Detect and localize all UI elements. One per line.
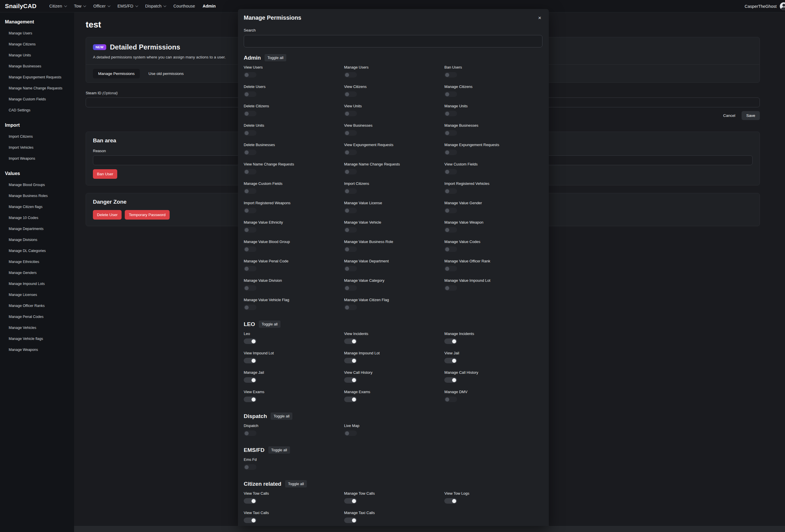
delete-user-button[interactable]: Delete User [93,210,122,219]
sidebar-item-manage-businesses[interactable]: Manage Businesses [5,61,71,72]
toggle-dispatch[interactable] [244,430,256,436]
toggle-manage-value-penal-code[interactable] [244,266,256,271]
nav-item-admin[interactable]: Admin [203,4,216,8]
username[interactable]: CasperTheGhost [745,4,777,9]
nav-item-tow[interactable]: Tow [74,4,86,8]
sidebar-item-manage-blood-groups[interactable]: Manage Blood Groups [5,179,71,190]
sidebar-item-manage-units[interactable]: Manage Units [5,50,71,61]
sidebar-item-manage-penal-codes[interactable]: Manage Penal Codes [5,311,71,322]
toggle-manage-call-history[interactable] [444,377,457,383]
toggle-manage-value-citizen-flag[interactable] [344,304,357,310]
toggle-import-citizens[interactable] [344,188,357,194]
sidebar-item-manage-weapons[interactable]: Manage Weapons [5,344,71,355]
sidebar-item-manage-officer-ranks[interactable]: Manage Officer Ranks [5,300,71,311]
toggle-view-businesses[interactable] [344,130,357,136]
toggle-ems-fd[interactable] [244,464,256,470]
use-old-permissions-button[interactable]: Use old permissions [149,72,184,76]
toggle-all-button-leo[interactable]: Toggle all [259,321,280,328]
toggle-manage-value-officer-rank[interactable] [444,266,457,271]
sidebar-item-manage-divisions[interactable]: Manage Divisions [5,234,71,245]
sidebar-item-manage-impound-lots[interactable]: Manage Impound Lots [5,278,71,289]
toggle-manage-impound-lot[interactable] [344,358,357,363]
toggle-live-map[interactable] [344,430,357,436]
search-input[interactable] [244,35,542,48]
sidebar-item-manage-citizen-flags[interactable]: Manage Citizen flags [5,201,71,212]
toggle-view-users[interactable] [244,72,256,78]
sidebar-item-manage-expungement-requests[interactable]: Manage Expungement Requests [5,72,71,83]
toggle-all-button-ems-fd[interactable]: Toggle all [268,446,290,454]
toggle-all-button-admin[interactable]: Toggle all [264,54,286,61]
toggle-leo[interactable] [244,339,256,344]
toggle-import-registered-weapons[interactable] [244,208,256,213]
toggle-manage-value-weapon[interactable] [444,227,457,233]
temporary-password-button[interactable]: Temporary Password [125,210,170,219]
sidebar-item-manage-10-codes[interactable]: Manage 10 Codes [5,212,71,223]
user-avatar-icon[interactable] [780,2,785,10]
sidebar-item-manage-business-roles[interactable]: Manage Business Roles [5,190,71,201]
toggle-view-tow-calls[interactable] [244,498,256,504]
nav-item-courthouse[interactable]: Courthouse [173,4,195,8]
sidebar-item-manage-ethnicities[interactable]: Manage Ethnicities [5,256,71,267]
toggle-manage-taxi-calls[interactable] [344,517,357,523]
sidebar-item-manage-custom-fields[interactable]: Manage Custom Fields [5,94,71,105]
toggle-manage-value-department[interactable] [344,266,357,271]
toggle-manage-value-gender[interactable] [444,208,457,213]
toggle-manage-value-category[interactable] [344,285,357,291]
toggle-view-taxi-calls[interactable] [244,517,256,523]
toggle-view-expungement-requests[interactable] [344,150,357,155]
toggle-manage-businesses[interactable] [444,130,457,136]
nav-item-dispatch[interactable]: Dispatch [145,4,166,8]
toggle-manage-citizens[interactable] [444,91,457,97]
toggle-manage-exams[interactable] [344,397,357,402]
toggle-manage-value-business-role[interactable] [344,246,357,252]
nav-item-citizen[interactable]: Citizen [49,4,66,8]
toggle-view-jail[interactable] [444,358,457,363]
sidebar-item-manage-licenses[interactable]: Manage Licenses [5,289,71,300]
sidebar-item-import-weapons[interactable]: Import Weapons [5,153,71,164]
toggle-manage-value-codes[interactable] [444,246,457,252]
sidebar-item-cad-settings[interactable]: CAD Settings [5,105,71,116]
toggle-manage-value-license[interactable] [344,208,357,213]
toggle-manage-value-blood-group[interactable] [244,246,256,252]
cancel-button[interactable]: Cancel [723,113,735,118]
toggle-manage-tow-calls[interactable] [344,498,357,504]
toggle-delete-users[interactable] [244,91,256,97]
toggle-view-citizens[interactable] [344,91,357,97]
toggle-manage-value-ethnicity[interactable] [244,227,256,233]
toggle-manage-value-vehicle[interactable] [344,227,357,233]
ban-user-button[interactable]: Ban User [93,169,117,179]
sidebar-item-manage-vehicle-flags[interactable]: Manage Vehicle flags [5,333,71,344]
toggle-ban-users[interactable] [444,72,457,78]
sidebar-item-manage-genders[interactable]: Manage Genders [5,267,71,278]
toggle-view-name-change-requests[interactable] [244,169,256,175]
toggle-delete-units[interactable] [244,130,256,136]
close-icon[interactable]: × [537,15,542,21]
toggle-view-exams[interactable] [244,397,256,402]
toggle-manage-jail[interactable] [244,377,256,383]
app-logo[interactable]: SnailyCAD [5,3,36,9]
nav-item-ems-fd[interactable]: EMS/FD [118,4,138,8]
toggle-view-custom-fields[interactable] [444,169,457,175]
sidebar-item-manage-vehicles[interactable]: Manage Vehicles [5,322,71,333]
sidebar-item-manage-dl-categories[interactable]: Manage DL Categories [5,245,71,256]
toggle-import-registered-vehicles[interactable] [444,188,457,194]
toggle-view-units[interactable] [344,111,357,116]
toggle-view-impound-lot[interactable] [244,358,256,363]
manage-permissions-button[interactable]: Manage Permissions [93,69,140,78]
toggle-all-button-dispatch[interactable]: Toggle all [271,413,293,420]
sidebar-item-manage-name-change-requests[interactable]: Manage Name Change Requests [5,83,71,94]
sidebar-item-manage-departments[interactable]: Manage Departments [5,223,71,234]
sidebar-item-manage-users[interactable]: Manage Users [5,28,71,39]
toggle-manage-value-division[interactable] [244,285,256,291]
toggle-view-incidents[interactable] [344,339,357,344]
nav-item-officer[interactable]: Officer [93,4,110,8]
sidebar-item-import-citizens[interactable]: Import Citizens [5,131,71,142]
save-button[interactable]: Save [741,111,760,120]
sidebar-item-manage-citizens[interactable]: Manage Citizens [5,39,71,50]
toggle-manage-users[interactable] [344,72,357,78]
toggle-manage-units[interactable] [444,111,457,116]
toggle-manage-incidents[interactable] [444,339,457,344]
toggle-view-tow-logs[interactable] [444,498,457,504]
toggle-manage-name-change-requests[interactable] [344,169,357,175]
toggle-delete-businesses[interactable] [244,150,256,155]
